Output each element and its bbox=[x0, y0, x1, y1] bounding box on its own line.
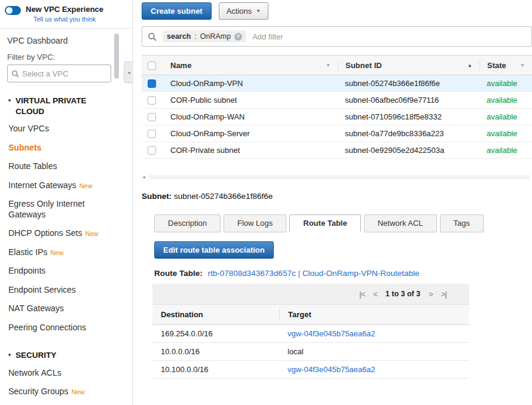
row-checkbox[interactable] bbox=[148, 96, 156, 105]
tab-route-table[interactable]: Route Table bbox=[289, 214, 360, 232]
sidebar-item-subnets[interactable]: Subnets bbox=[7, 139, 111, 158]
filter-tag-key: search bbox=[167, 32, 191, 41]
table-row[interactable]: Cloud-OnRamp-VPN subnet-05274b366e1f86f6… bbox=[142, 75, 532, 92]
routes-panel: |< < 1 to 3 of 3 > >| Destination Target… bbox=[152, 284, 469, 379]
sidebar-item-internet-gateways[interactable]: Internet GatewaysNew bbox=[7, 176, 111, 195]
subnet-id-cell: subnet-0e92905e2d422503a bbox=[338, 146, 479, 155]
sidebar-item-peering-connections[interactable]: Peering Connections bbox=[7, 318, 111, 338]
create-subnet-button[interactable]: Create subnet bbox=[142, 2, 212, 20]
name-cell: Cloud-OnRamp-VPN bbox=[163, 79, 338, 88]
new-badge: New bbox=[85, 230, 98, 237]
table-row[interactable]: 10.100.0.0/16 vgw-04f3e045b75aea6a2 bbox=[152, 361, 469, 379]
filter-tag: search : OnRAmp × bbox=[163, 30, 246, 42]
filter-tag-separator: : bbox=[194, 32, 196, 41]
toolbar: Create subnet Actions ▼ bbox=[142, 0, 532, 20]
add-filter-text[interactable]: Add filter bbox=[252, 32, 283, 41]
sidebar-item-elastic-ips[interactable]: Elastic IPsNew bbox=[7, 243, 111, 262]
table-row[interactable]: 10.0.0.0/16 local bbox=[152, 343, 469, 361]
vpc-filter-box[interactable] bbox=[7, 65, 111, 82]
new-experience-title: New VPC Experience bbox=[26, 5, 103, 14]
name-cell: COR-Private subnet bbox=[163, 146, 338, 155]
new-experience-toggle[interactable] bbox=[5, 6, 21, 15]
scroll-left-icon[interactable]: ◄ bbox=[142, 175, 146, 179]
table-row[interactable]: COR-Public subnet subnet-06afbec06f9e771… bbox=[142, 92, 532, 109]
column-header-destination[interactable]: Destination bbox=[152, 310, 279, 319]
row-checkbox[interactable] bbox=[148, 130, 156, 138]
name-cell: COR-Public subnet bbox=[163, 96, 338, 105]
sidebar-item-dhcp-options-sets[interactable]: DHCP Options SetsNew bbox=[7, 224, 111, 243]
new-experience-feedback-link[interactable]: Tell us what you think bbox=[26, 16, 103, 23]
sidebar-item-endpoint-services[interactable]: Endpoint Services bbox=[7, 281, 111, 300]
row-checkbox[interactable] bbox=[148, 146, 156, 155]
vpc-filter-input[interactable] bbox=[22, 69, 103, 78]
sidebar-item-your-vpcs[interactable]: Your VPCs bbox=[7, 119, 111, 139]
new-badge: New bbox=[71, 388, 84, 395]
section-header-label: SECURITY bbox=[16, 350, 56, 361]
sort-down-icon[interactable]: ▼ bbox=[520, 63, 525, 68]
row-checkbox[interactable] bbox=[148, 113, 156, 121]
remove-filter-icon[interactable]: × bbox=[234, 33, 242, 41]
toggle-knob bbox=[6, 7, 13, 14]
new-badge: New bbox=[50, 249, 63, 256]
filter-bar[interactable]: search : OnRAmp × Add filter bbox=[142, 26, 532, 47]
horizontal-scrollbar[interactable]: ◄ bbox=[142, 173, 532, 180]
column-header-subnet-id[interactable]: Subnet ID▲ bbox=[338, 61, 479, 70]
row-checkbox[interactable] bbox=[148, 79, 156, 88]
close-icon: × bbox=[237, 33, 240, 39]
actions-button[interactable]: Actions ▼ bbox=[219, 2, 269, 20]
column-header-state[interactable]: State▼ bbox=[479, 61, 532, 70]
search-icon bbox=[148, 32, 157, 41]
subnet-id-value: subnet-05274b366e1f86f6e bbox=[174, 192, 273, 201]
target-link[interactable]: vgw-04f3e045b75aea6a2 bbox=[279, 329, 469, 338]
subnet-id-cell: subnet-06afbec06f9e77116 bbox=[338, 96, 479, 105]
scrollbar-track[interactable] bbox=[148, 175, 531, 179]
selected-subnet-summary: Subnet: subnet-05274b366e1f86f6e bbox=[142, 192, 532, 201]
sidebar-item-security-groups[interactable]: Security GroupsNew bbox=[7, 382, 111, 401]
destination-cell: 169.254.0.0/16 bbox=[152, 329, 279, 338]
sidebar-item-vpc-dashboard[interactable]: VPC Dashboard bbox=[7, 36, 111, 45]
subnets-table-header: Name▼ Subnet ID▲ State▼ bbox=[142, 56, 532, 75]
table-row[interactable]: Cloud-OnRamp-Server subnet-0a77de9bc8336… bbox=[142, 125, 532, 142]
sidebar-item-network-acls[interactable]: Network ACLs bbox=[7, 364, 111, 383]
tab-flow-logs[interactable]: Flow Logs bbox=[224, 214, 286, 232]
target-cell: local bbox=[279, 347, 469, 356]
sidebar-nav: VPC Dashboard Filter by VPC: ▼ VIRTUAL P… bbox=[0, 29, 132, 401]
collapse-left-icon: ◄ bbox=[127, 70, 131, 75]
first-page-icon[interactable]: |< bbox=[359, 290, 365, 299]
prev-page-icon[interactable]: < bbox=[373, 290, 377, 299]
scrollbar-thumb[interactable] bbox=[114, 33, 119, 79]
state-cell: available bbox=[479, 112, 532, 121]
main-content: Create subnet Actions ▼ search : OnRAmp … bbox=[133, 0, 532, 405]
column-header-name[interactable]: Name▼ bbox=[163, 61, 338, 70]
route-table-link[interactable]: rtb-07808d343673d657c | Cloud-OnRamp-VPN… bbox=[208, 269, 420, 278]
sidebar-item-egress-only-internet-gateways[interactable]: Egress Only Internet Gateways bbox=[7, 195, 111, 224]
next-page-icon[interactable]: > bbox=[429, 290, 433, 299]
routes-table-header: Destination Target bbox=[152, 305, 469, 325]
tab-description[interactable]: Description bbox=[154, 214, 221, 232]
table-row[interactable]: Cloud-OnRamp-WAN subnet-0710596c18f5e833… bbox=[142, 109, 532, 125]
actions-label: Actions bbox=[227, 7, 252, 16]
sidebar-item-nat-gateways[interactable]: NAT Gateways bbox=[7, 299, 111, 318]
sidebar-collapse-handle[interactable]: ◄ bbox=[124, 62, 133, 83]
detail-tabs: Description Flow Logs Route Table Networ… bbox=[154, 214, 532, 232]
sidebar-item-endpoints[interactable]: Endpoints bbox=[7, 262, 111, 281]
tab-tags[interactable]: Tags bbox=[440, 214, 484, 232]
chevron-down-icon: ▼ bbox=[7, 352, 12, 361]
table-row[interactable]: COR-Private subnet subnet-0e92905e2d4225… bbox=[142, 142, 532, 159]
name-cell: Cloud-OnRamp-WAN bbox=[163, 112, 338, 121]
sidebar-scrollbar[interactable] bbox=[114, 30, 120, 403]
state-cell: available bbox=[479, 146, 532, 155]
target-link[interactable]: vgw-04f3e045b75aea6a2 bbox=[279, 365, 469, 374]
section-security[interactable]: ▼ SECURITY bbox=[7, 350, 111, 361]
select-all-checkbox[interactable] bbox=[148, 62, 156, 70]
last-page-icon[interactable]: >| bbox=[441, 290, 447, 299]
table-row[interactable]: 169.254.0.0/16 vgw-04f3e045b75aea6a2 bbox=[152, 325, 469, 343]
search-icon bbox=[11, 70, 19, 78]
sort-up-icon[interactable]: ▲ bbox=[467, 63, 472, 68]
edit-route-table-association-button[interactable]: Edit route table association bbox=[154, 241, 274, 259]
column-header-target[interactable]: Target bbox=[279, 309, 469, 321]
tab-network-acl[interactable]: Network ACL bbox=[364, 214, 437, 232]
sidebar-item-route-tables[interactable]: Route Tables bbox=[7, 157, 111, 176]
sort-down-icon[interactable]: ▼ bbox=[326, 63, 331, 68]
section-virtual-private-cloud[interactable]: ▼ VIRTUAL PRIVATE CLOUD bbox=[7, 96, 111, 117]
